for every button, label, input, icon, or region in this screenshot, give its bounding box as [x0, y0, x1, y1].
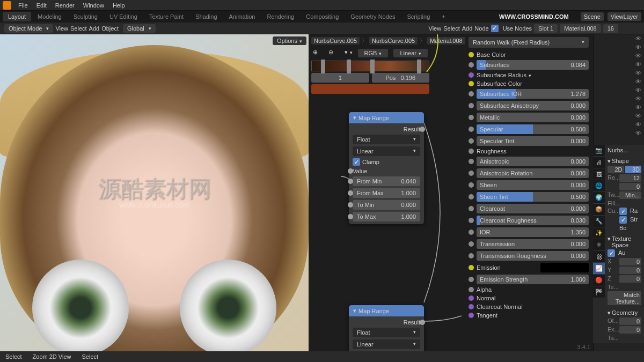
eye-icon[interactable]: 👁: [635, 53, 642, 59]
to-min-socket[interactable]: [348, 202, 353, 208]
clamp-checkbox[interactable]: ✓: [353, 158, 360, 166]
subsurface-ior-socket[interactable]: [469, 91, 474, 97]
eye-icon[interactable]: 👁: [635, 121, 642, 128]
result-socket[interactable]: [420, 127, 425, 132]
slot-dropdown[interactable]: Slot 1: [534, 24, 558, 33]
resolution-field[interactable]: 12: [619, 174, 641, 182]
geometry-header[interactable]: ▾: [608, 309, 611, 316]
aniso-rot-slider[interactable]: Anisotropic Rotation0.000: [477, 168, 589, 178]
outliner-item[interactable]: 👁: [594, 43, 644, 51]
ra-checkbox[interactable]: ✓: [619, 208, 627, 215]
to-max-socket[interactable]: [348, 214, 353, 219]
ramp-rgb-dropdown[interactable]: RGB: [358, 49, 389, 57]
shader-node-editor[interactable]: NurbsCurve.005〉 NurbsCurve.005〉 Material…: [309, 34, 593, 362]
subsurface-radius-label[interactable]: Subsurface Radius: [477, 72, 589, 78]
emission-str-socket[interactable]: [469, 277, 474, 282]
offset-field[interactable]: 0: [619, 317, 641, 325]
3d-button[interactable]: 3D: [625, 166, 642, 173]
node-title[interactable]: ▾Map Range: [349, 305, 424, 316]
z-field[interactable]: 0: [619, 275, 641, 283]
tab-render-icon[interactable]: 📷: [593, 145, 605, 157]
trans-rough-slider[interactable]: Transmission Roughness0.000: [477, 251, 589, 261]
from-max-socket[interactable]: [348, 190, 353, 196]
menu-select[interactable]: Select: [70, 25, 87, 32]
tab-add[interactable]: +: [436, 12, 450, 21]
anisotropic-slider[interactable]: Anisotropic0.000: [477, 157, 589, 166]
use-nodes-checkbox[interactable]: ✓: [491, 25, 499, 32]
map-range-node-1[interactable]: ▾Map Range Result Float Linear ✓Clamp Va…: [349, 112, 424, 224]
eye-icon[interactable]: 👁: [635, 130, 642, 136]
outliner-item[interactable]: 👁: [594, 86, 644, 94]
tab-rendering[interactable]: Rendering: [261, 12, 299, 21]
result-socket[interactable]: [420, 320, 425, 325]
eye-icon[interactable]: 👁: [635, 70, 642, 76]
viewport-options[interactable]: Options: [273, 36, 306, 45]
eye-icon[interactable]: 👁: [635, 61, 642, 68]
menu-edit[interactable]: Edit: [32, 1, 51, 10]
transmission-socket[interactable]: [469, 241, 474, 247]
tab-scene-icon[interactable]: 🌐: [593, 180, 605, 192]
color-ramp-gradient[interactable]: [311, 61, 429, 71]
sheen-tint-slider[interactable]: Sheen Tint0.500: [477, 192, 589, 202]
eye-icon[interactable]: 👁: [635, 35, 642, 42]
tab-scripting[interactable]: Scripting: [401, 12, 435, 21]
tab-layout[interactable]: Layout: [3, 12, 31, 21]
tab-material-icon[interactable]: 🔴: [593, 275, 605, 286]
clearcoat-slider[interactable]: Clearcoat0.000: [477, 204, 589, 213]
aniso-rot-socket[interactable]: [469, 171, 474, 176]
specular-tint-socket[interactable]: [469, 138, 474, 144]
subsurface-method[interactable]: Random Walk (Fixed Radius): [469, 37, 589, 48]
outliner-item[interactable]: 👁: [594, 94, 644, 103]
ior-slider[interactable]: IOR1.350: [477, 227, 589, 237]
subsurface-ior-slider[interactable]: Subsurface IOR1.278: [477, 89, 589, 99]
eye-icon[interactable]: 👁: [635, 104, 642, 110]
outliner-item[interactable]: 👁: [594, 34, 644, 43]
to-max-field[interactable]: To Max1.000: [353, 212, 420, 221]
orientation-dropdown[interactable]: Global: [123, 24, 156, 33]
principled-bsdf-node[interactable]: Random Walk (Fixed Radius) Base Color Su…: [464, 34, 593, 320]
tab-animation[interactable]: Animation: [224, 12, 261, 21]
menu-window[interactable]: Window: [79, 1, 108, 10]
breadcrumb-mat[interactable]: Material.008: [427, 37, 465, 45]
3d-viewport[interactable]: Options 源酷素材网 www.yuankusuc.com: [0, 34, 309, 362]
tab-sculpting[interactable]: Sculpting: [68, 12, 103, 21]
breadcrumb-obj[interactable]: NurbsCurve.005: [311, 37, 360, 45]
from-max-field[interactable]: From Max1.000: [353, 188, 420, 198]
tab-shading[interactable]: Shading: [190, 12, 222, 21]
sheen-socket[interactable]: [469, 182, 474, 188]
from-min-field[interactable]: From Min0.040: [353, 176, 420, 186]
menu-help[interactable]: Help: [108, 1, 129, 10]
subsurface-socket[interactable]: [469, 62, 474, 68]
menu-object[interactable]: Object: [101, 25, 119, 32]
metallic-socket[interactable]: [469, 115, 474, 120]
subsurface-color-socket[interactable]: [469, 81, 474, 86]
texspace-header[interactable]: ▾: [608, 235, 611, 248]
outliner-item[interactable]: 👁: [594, 112, 644, 120]
ior-socket[interactable]: [469, 230, 474, 235]
tab-compositing[interactable]: Compositing: [301, 12, 344, 21]
interp-dropdown[interactable]: Linear: [353, 339, 420, 349]
viewlayer-selector[interactable]: ViewLayer: [608, 12, 641, 21]
outliner-item[interactable]: 👁: [594, 103, 644, 112]
resolution-field2[interactable]: 0: [619, 183, 641, 190]
alpha-socket[interactable]: [469, 287, 474, 292]
type-dropdown[interactable]: Float: [353, 328, 420, 337]
tab-modifier-icon[interactable]: 🔧: [593, 216, 605, 227]
outliner-item[interactable]: 👁: [594, 51, 644, 60]
clearcoat-rough-slider[interactable]: Clearcoat Roughness0.030: [477, 216, 589, 225]
trans-rough-socket[interactable]: [469, 253, 474, 258]
base-color-socket[interactable]: [469, 52, 474, 57]
subsurface-radius-socket[interactable]: [469, 72, 474, 78]
subsurface-slider[interactable]: Subsurface0.084: [477, 60, 589, 70]
outliner-item[interactable]: 👁: [594, 129, 644, 137]
x-field[interactable]: 0: [619, 258, 641, 265]
auto-checkbox[interactable]: ✓: [608, 249, 615, 257]
tab-output-icon[interactable]: 🖨: [593, 157, 605, 168]
menu-add[interactable]: Add: [89, 25, 100, 32]
menu-render[interactable]: Render: [51, 1, 79, 10]
y-field[interactable]: 0: [619, 267, 641, 274]
clearcoat-normal-socket[interactable]: [469, 304, 474, 309]
sheen-slider[interactable]: Sheen0.000: [477, 180, 589, 190]
frame-number[interactable]: 16: [603, 24, 618, 33]
scene-selector[interactable]: Scene: [581, 12, 604, 21]
